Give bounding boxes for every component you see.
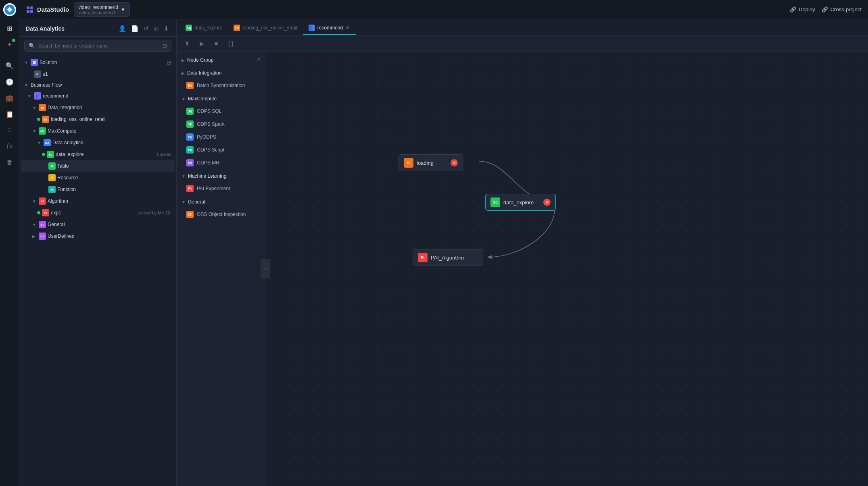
sidebar-item-data-explore[interactable]: Sq data_explore Locked <box>21 149 175 160</box>
s1-icon: ≡ <box>34 71 41 78</box>
breadcrumb-line1: video_recommend <box>78 4 118 10</box>
palette-section-di-header[interactable]: ▶ Data Integration <box>177 67 265 79</box>
app-logo[interactable] <box>3 3 16 16</box>
palette-item-batch-sync[interactable]: Di Batch Synchronization <box>177 79 265 92</box>
palette-item-odps-mr[interactable]: Mr ODPS MR <box>177 156 265 169</box>
cross-project-link-icon: 🔗 <box>822 6 828 12</box>
sidebar-item-algorithm[interactable]: ▼ Al Algorithm <box>21 195 175 207</box>
node-group-refresh-icon[interactable]: ↺ <box>256 57 260 63</box>
exp1-toggle[interactable] <box>37 211 40 214</box>
breadcrumb-chevron-icon: ▼ <box>121 7 125 12</box>
di-section-chevron-icon: ▶ <box>182 71 185 75</box>
loading-oss-toggle[interactable] <box>37 118 40 121</box>
business-flow-label: Business Flow <box>31 82 171 88</box>
palette-section-node-group: ▶ Node Group ↺ <box>177 54 265 66</box>
solution-icon: ⊞ <box>31 59 38 66</box>
canvas-node-data-explore[interactable]: Sq data_explore ✕ <box>485 194 556 211</box>
palette-item-pai-experiment[interactable]: Pi PAI Experiment <box>177 182 265 195</box>
sidebar-item-business-flow[interactable]: ▼ Business Flow <box>21 80 175 90</box>
palette-item-odps-spark[interactable]: Sp ODPS Spark <box>177 118 265 131</box>
svg-rect-4 <box>30 10 33 13</box>
sidebar-item-resource[interactable]: ✦ Resource <box>21 172 175 183</box>
toolbar-upload-button[interactable]: ⬆ <box>182 38 193 49</box>
sidebar-item-loading-oss[interactable]: Di loading_oss_online_retail <box>21 114 175 125</box>
palette-section-mc-header[interactable]: ▼ MaxCompute <box>177 93 265 105</box>
odps-sql-label: ODPS SQL <box>197 108 221 114</box>
data-explore-toggle[interactable] <box>42 153 45 156</box>
sidebar-item-exp1[interactable]: Pi exp1 Locked by Me 20: <box>21 207 175 218</box>
tab-recommend[interactable]: 👥 recommend ✕ <box>303 21 356 35</box>
odps-mr-label: ODPS MR <box>197 160 219 166</box>
rail-icon-search[interactable]: 🔍 <box>2 58 17 73</box>
tab-recommend-close-button[interactable]: ✕ <box>345 25 350 31</box>
deploy-link-icon: 🔗 <box>790 6 796 12</box>
sidebar-item-data-integration[interactable]: ▼ Di Data Integration <box>21 102 175 113</box>
cross-project-button[interactable]: 🔗 Cross-project <box>822 6 862 12</box>
toolbar-stop-button[interactable]: ■ <box>211 38 222 49</box>
main-area: Sq data_explore Di loading_oss_online_re… <box>177 19 868 486</box>
sidebar-item-userdefined[interactable]: ▶ Ud UserDefined <box>21 231 175 242</box>
odps-spark-label: ODPS Spark <box>197 121 225 127</box>
toolbar-script-button[interactable]: { } <box>225 38 236 49</box>
rail-icon-table[interactable]: 📋 <box>2 107 17 121</box>
node-group-label: Node Group <box>187 57 213 63</box>
rail-icon-fx[interactable]: ƒx <box>2 139 17 154</box>
add-user-button[interactable]: 👤 <box>118 24 127 33</box>
palette-item-odps-sql[interactable]: Sq ODPS SQL <box>177 105 265 118</box>
search-input[interactable] <box>38 43 159 49</box>
general-label: General <box>48 222 171 227</box>
sidebar-title: Data Analytics <box>26 25 65 32</box>
canvas-node-loading[interactable]: Di loading ✕ <box>399 154 463 171</box>
download-button[interactable]: ⬇ <box>163 24 170 33</box>
exp1-label: exp1 <box>51 210 135 216</box>
new-file-button[interactable]: 📄 <box>130 24 140 33</box>
deploy-button[interactable]: 🔗 Deploy <box>790 6 815 12</box>
palette-section-ml-header[interactable]: ▼ Machine Learning <box>177 170 265 182</box>
sidebar-item-solution[interactable]: ▼ ⊞ Solution ⊟ <box>21 57 175 68</box>
tab-loading-oss[interactable]: Di loading_oss_online_retail <box>228 21 303 35</box>
filter-icon[interactable]: ⊟ <box>163 43 167 49</box>
tab-data-explore[interactable]: Sq data_explore <box>180 21 228 35</box>
rail-icon-project[interactable]: ⊞ <box>2 21 17 35</box>
algo-icon: Al <box>39 197 46 205</box>
function-icon: ƒx <box>48 186 56 193</box>
general-section-chevron-icon: ▼ <box>182 200 186 204</box>
sidebar-item-function[interactable]: ƒx Function <box>21 184 175 195</box>
rail-icon-star[interactable]: ✦ <box>2 37 17 52</box>
business-flow-chevron-icon: ▼ <box>24 83 29 87</box>
sidebar-item-general[interactable]: ▼ Gn General <box>21 219 175 230</box>
sidebar-item-data-analytics[interactable]: ▼ DA Data Analytics <box>21 137 175 148</box>
ud-icon: Ud <box>39 233 46 240</box>
loading-node-close-button[interactable]: ✕ <box>451 159 458 166</box>
canvas-node-pai-algorithm[interactable]: Pi PAI_Algorithm <box>413 249 483 266</box>
sidebar-item-table[interactable]: ⊞ Table <box>21 160 175 172</box>
palette-section-general-header[interactable]: ▼ General <box>177 196 265 208</box>
palette-section-node-group-header[interactable]: ▶ Node Group ↺ <box>177 54 265 66</box>
palette-item-odps-script[interactable]: Sc ODPS Script <box>177 143 265 156</box>
refresh-button[interactable]: ↺ <box>143 24 150 33</box>
palette-item-oss-inspection[interactable]: Ch OSS Object Inspection <box>177 208 265 221</box>
resource-icon: ✦ <box>48 174 56 181</box>
toolbar-play-button[interactable]: ▶ <box>196 38 207 49</box>
algorithm-label: Algorithm <box>48 198 171 204</box>
pai-experiment-icon: Pi <box>186 185 194 192</box>
rail-icon-briefcase[interactable]: 💼 <box>2 91 17 105</box>
palette-item-pyodps[interactable]: Py PyODPS <box>177 131 265 143</box>
sidebar-actions: 👤 📄 ↺ ◎ ⬇ <box>118 24 170 33</box>
rail-icon-list[interactable]: ≡ <box>2 123 17 137</box>
sidebar-item-recommend[interactable]: ▼ 👥 recommend <box>21 90 175 102</box>
oss-inspection-label: OSS Object Inspection <box>197 212 246 217</box>
palette-collapse-handle[interactable]: ‹ <box>261 259 270 278</box>
project-breadcrumb[interactable]: video_recommend video_recommend ▼ <box>74 2 130 17</box>
sidebar-item-s1[interactable]: ≡ s1 <box>21 69 175 80</box>
tab-recommend-icon: 👥 <box>309 25 315 31</box>
data-explore-node-close-button[interactable]: ✕ <box>543 199 551 206</box>
rail-icon-trash[interactable]: 🗑 <box>2 155 17 170</box>
exp1-locked-badge: Locked by Me 20: <box>136 210 171 215</box>
sidebar-item-maxcompute[interactable]: ▼ Mc MaxCompute <box>21 125 175 137</box>
table-label: Table <box>57 163 171 169</box>
rail-icon-clock[interactable]: 🕐 <box>2 75 17 89</box>
function-label: Function <box>57 187 171 192</box>
target-button[interactable]: ◎ <box>153 24 160 33</box>
breadcrumb-line2: video_recommend <box>78 10 118 15</box>
